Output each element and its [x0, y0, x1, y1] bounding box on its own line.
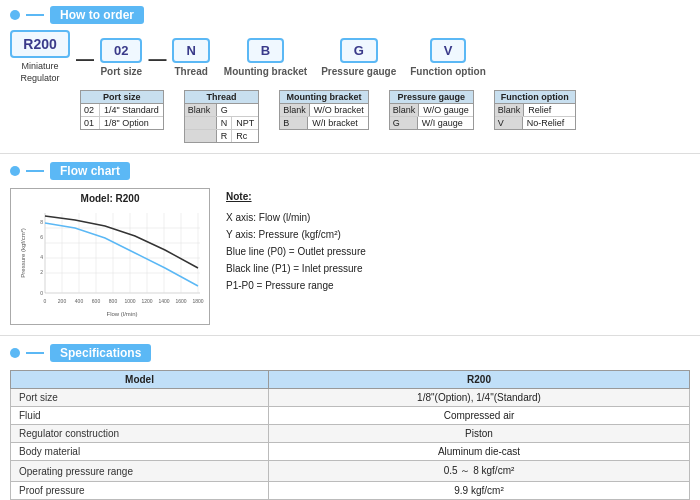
section-dot-spec — [10, 348, 20, 358]
svg-text:2: 2 — [40, 269, 43, 275]
svg-text:1200: 1200 — [141, 298, 152, 304]
function-segment: V Function option — [410, 38, 486, 77]
section-header-spec: Specifications — [10, 344, 690, 362]
pressure-table: Pressure gauge Blank W/O gauge G W/I gau… — [389, 90, 474, 130]
section-title-spec: Specifications — [50, 344, 151, 362]
section-header-flow: Flow chart — [10, 162, 690, 180]
how-to-order-section: How to order R200 MiniatureRegulator — 0… — [0, 0, 700, 154]
chart-area: Model: R200 — [10, 188, 210, 325]
pressure-header: Pressure gauge — [389, 90, 474, 104]
spec-table: Model R200 Port size1/8"(Option), 1/4"(S… — [10, 370, 690, 500]
spec-label: Regulator construction — [11, 425, 269, 443]
order-code-row: R200 MiniatureRegulator — 02 Port size —… — [10, 30, 690, 84]
mounting-table: Mounting bracket Blank W/O bracket B W/I… — [279, 90, 369, 130]
section-title-flow: Flow chart — [50, 162, 130, 180]
spec-value: 9.9 kgf/cm² — [269, 482, 690, 500]
svg-text:1800: 1800 — [192, 298, 203, 304]
section-line-spec — [26, 352, 44, 354]
svg-text:1000: 1000 — [124, 298, 135, 304]
flow-chart-svg: Pressure (kgf/cm²) 0 200 400 600 800 100… — [15, 208, 205, 318]
specifications-section: Specifications Model R200 Port size1/8"(… — [0, 336, 700, 500]
spec-row: FluidCompressed air — [11, 407, 690, 425]
option-tables-row: Port size 02 1/4" Standard 01 1/8" Optio… — [80, 90, 690, 143]
svg-text:0: 0 — [44, 298, 47, 304]
mounting-label: Mounting bracket — [224, 66, 307, 77]
port-label: Port size — [100, 66, 142, 77]
spec-value: Aluminum die-cast — [269, 443, 690, 461]
chart-title: Model: R200 — [15, 193, 205, 204]
flow-chart-section: Flow chart Model: R200 — [0, 154, 700, 336]
mounting-segment: B Mounting bracket — [224, 38, 307, 77]
function-header: Function option — [494, 90, 576, 104]
svg-text:1400: 1400 — [158, 298, 169, 304]
spec-label: Operating pressure range — [11, 461, 269, 482]
spec-label: Fluid — [11, 407, 269, 425]
spec-col-model: Model — [11, 371, 269, 389]
spec-value: Compressed air — [269, 407, 690, 425]
spec-row: Proof pressure9.9 kgf/cm² — [11, 482, 690, 500]
spec-label: Proof pressure — [11, 482, 269, 500]
svg-text:Flow (l/min): Flow (l/min) — [107, 311, 138, 317]
svg-text:6: 6 — [40, 234, 43, 240]
spec-value: 1/8"(Option), 1/4"(Standard) — [269, 389, 690, 407]
spec-row: Regulator constructionPiston — [11, 425, 690, 443]
section-dot-flow — [10, 166, 20, 176]
flow-content: Model: R200 — [10, 188, 690, 325]
pressure-segment: G Pressure gauge — [321, 38, 396, 77]
section-line — [26, 14, 44, 16]
thread-table: Thread Blank G N NPT R Rc — [184, 90, 260, 143]
thread-label: Thread — [174, 66, 207, 77]
spec-row: Body materialAluminum die-cast — [11, 443, 690, 461]
section-title-order: How to order — [50, 6, 144, 24]
svg-text:800: 800 — [109, 298, 118, 304]
spec-value: 0.5 ～ 8 kgf/cm² — [269, 461, 690, 482]
model-segment: R200 MiniatureRegulator — [10, 30, 70, 84]
section-dot — [10, 10, 20, 20]
sep2: — — [144, 45, 170, 70]
mounting-code: B — [247, 38, 284, 63]
svg-text:600: 600 — [92, 298, 101, 304]
function-code: V — [430, 38, 467, 63]
notes-area: Note: X axis: Flow (l/min) Y axis: Press… — [226, 188, 366, 294]
note-2: Y axis: Pressure (kgf/cm²) — [226, 226, 366, 243]
svg-text:1600: 1600 — [175, 298, 186, 304]
note-3: Blue line (P0) = Outlet pressure — [226, 243, 366, 260]
separator: — — [72, 45, 98, 70]
note-1: X axis: Flow (l/min) — [226, 209, 366, 226]
thread-code: N — [172, 38, 209, 63]
miniature-label: MiniatureRegulator — [20, 61, 59, 84]
note-5: P1-P0 = Pressure range — [226, 277, 366, 294]
spec-value: Piston — [269, 425, 690, 443]
spec-col-value: R200 — [269, 371, 690, 389]
svg-text:4: 4 — [40, 254, 43, 260]
spec-row: Port size1/8"(Option), 1/4"(Standard) — [11, 389, 690, 407]
model-code-box: R200 — [10, 30, 70, 58]
port-size-header: Port size — [80, 90, 164, 104]
svg-text:8: 8 — [40, 219, 43, 225]
spec-row: Operating pressure range0.5 ～ 8 kgf/cm² — [11, 461, 690, 482]
note-4: Black line (P1) = Inlet pressure — [226, 260, 366, 277]
svg-text:0: 0 — [40, 290, 43, 296]
section-line-flow — [26, 170, 44, 172]
port-size-table: Port size 02 1/4" Standard 01 1/8" Optio… — [80, 90, 164, 130]
mounting-header: Mounting bracket — [279, 90, 369, 104]
function-table: Function option Blank Relief V No-Relief — [494, 90, 576, 130]
port-code: 02 — [100, 38, 142, 63]
note-title: Note: — [226, 188, 366, 205]
svg-text:200: 200 — [58, 298, 67, 304]
spec-label: Port size — [11, 389, 269, 407]
function-label: Function option — [410, 66, 486, 77]
thread-segment: N Thread — [172, 38, 209, 77]
svg-text:400: 400 — [75, 298, 84, 304]
section-header-order: How to order — [10, 6, 690, 24]
thread-header: Thread — [184, 90, 260, 104]
svg-text:Pressure (kgf/cm²): Pressure (kgf/cm²) — [20, 229, 26, 278]
port-segment: 02 Port size — [100, 38, 142, 77]
spec-label: Body material — [11, 443, 269, 461]
pressure-label: Pressure gauge — [321, 66, 396, 77]
pressure-code: G — [340, 38, 378, 63]
